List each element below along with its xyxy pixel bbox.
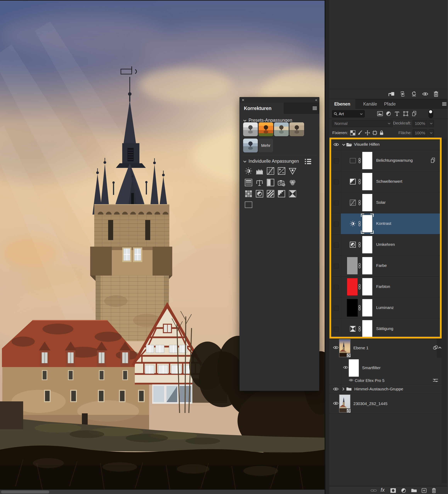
layer-name[interactable]: Sättigung [376,326,393,331]
lock-paint-icon[interactable] [358,130,363,136]
more-presets-button[interactable]: Mehr [258,138,273,152]
visibility-checkbox[interactable] [334,159,339,163]
brightness-contrast-thumbnail[interactable] [350,221,356,227]
layer-name[interactable]: Schwellenwert [376,179,402,184]
layer-row-umkehren[interactable]: Umkehren [329,234,442,255]
new-adjustment-layer-icon[interactable] [401,488,406,493]
layer-mask-thumbnail[interactable] [362,320,372,337]
lock-move-icon[interactable] [365,130,370,136]
filter-name[interactable]: Color Efex Pro 5 [355,378,384,383]
preset-schwarzweiss[interactable] [243,122,258,136]
panel-menu-icon[interactable] [442,102,447,106]
new-group-icon[interactable] [411,488,417,493]
chevron-up-icon[interactable] [438,346,442,350]
channel-mixer-icon[interactable] [289,179,296,187]
hue-saturation-icon[interactable] [245,179,252,186]
eye-icon[interactable] [333,346,338,349]
layer-mask-thumbnail[interactable] [362,236,372,253]
preset-gedaempft[interactable] [274,122,289,136]
visibility-checkbox[interactable] [334,200,339,206]
chevron-down-icon[interactable] [342,143,346,147]
layer-name[interactable]: 230304_Z62_1445 [353,401,387,406]
eye-icon[interactable] [343,366,348,369]
black-fill-thumbnail[interactable] [347,299,358,317]
lock-transparency-icon[interactable] [350,130,356,136]
gray-fill-thumbnail[interactable] [347,257,358,274]
gradient-map-thumbnail[interactable] [350,158,356,163]
panel-menu-icon[interactable] [312,106,317,110]
color-balance-icon[interactable] [256,179,263,187]
red-fill-thumbnail[interactable] [347,278,358,296]
clipped-layers-icon[interactable] [430,158,436,163]
exposure-icon[interactable] [278,167,285,175]
vibrance-icon[interactable] [289,167,296,175]
layer-filter-toggle[interactable] [428,110,433,118]
mask-link-icon[interactable] [358,179,361,184]
visibility-checkbox[interactable] [334,243,339,247]
mask-link-icon[interactable] [358,200,361,205]
color-lookup-icon[interactable] [245,190,252,198]
mask-link-icon[interactable] [358,305,361,310]
invert-thumbnail[interactable] [350,242,356,248]
link-layers-icon[interactable] [371,488,377,493]
layer-row-farbe[interactable]: Farbe [329,255,442,276]
gradient-map-icon[interactable] [245,201,252,208]
layer-name[interactable]: Luminanz [376,305,394,310]
visibility-checkbox[interactable] [334,264,339,269]
layer-name[interactable]: Ebene 1 [353,346,369,350]
list-view-icon[interactable] [305,159,311,164]
layer-row-saettigung[interactable]: Sättigung [329,318,442,337]
eye-icon[interactable] [333,401,338,405]
smart-object-filter-icon[interactable] [412,111,417,116]
mask-link-icon[interactable] [358,158,361,163]
group-name[interactable]: Himmel-Austausch-Gruppe [354,387,403,391]
tab-korrekturen[interactable]: Korrekturen [240,103,284,114]
layer-name[interactable]: Farbe [376,263,387,268]
close-icon[interactable]: ✕ [242,98,244,102]
smart-filter-entry-row[interactable]: Color Efex Pro 5 [329,376,442,384]
layer-name[interactable]: Farbton [376,284,390,289]
layer-name[interactable]: Belichtungswarnung [376,158,413,163]
scrollbar-thumb[interactable] [1,491,49,494]
posterize-icon[interactable] [267,190,274,198]
preset-blau[interactable] [243,138,258,152]
chevron-right-icon[interactable] [341,387,346,391]
layer-row-ebene1[interactable]: Ebene 1 [329,339,442,359]
threshold-icon[interactable] [278,190,285,198]
brightness-contrast-icon[interactable] [245,167,252,175]
collapse-icon[interactable]: « [315,98,317,102]
eye-icon[interactable] [422,91,428,97]
eye-icon[interactable] [333,143,339,147]
layer-name[interactable]: Kontrast [376,221,391,226]
shape-layer-filter-icon[interactable] [403,111,409,116]
layer-thumbnail[interactable] [339,395,350,412]
type-layer-filter-icon[interactable] [395,111,399,116]
delete-layer-icon[interactable] [432,488,436,493]
photo-filter-icon[interactable] [278,179,285,187]
delete-icon[interactable] [434,91,438,97]
invert-icon[interactable] [256,190,263,198]
visibility-checkbox[interactable] [334,327,339,332]
layer-row-background[interactable]: 230304_Z62_1445 [329,394,442,413]
visibility-compare-icon[interactable] [399,91,406,97]
mask-link-icon[interactable] [358,326,361,332]
layer-row-kontrast[interactable]: Kontrast [329,213,442,234]
tab-pfade[interactable]: Pfade [379,99,401,109]
layer-filter-type-select[interactable]: Art [332,110,365,118]
levels-icon[interactable] [256,168,263,174]
layer-row-belichtungswarnung[interactable]: Belichtungswarnung [329,150,442,171]
visibility-checkbox[interactable] [334,222,339,227]
layer-mask-thumbnail[interactable] [362,173,372,190]
layer-name[interactable]: Umkehren [376,242,395,247]
opacity-value[interactable]: 100% [413,120,427,127]
selected-layer-mask-thumbnail[interactable] [362,215,372,232]
black-white-icon[interactable] [267,179,274,186]
layer-group-row[interactable]: Visuelle Hilfen [329,139,442,150]
layer-group-row-himmel[interactable]: Himmel-Austausch-Gruppe [329,385,442,393]
lock-artboard-icon[interactable] [372,130,378,136]
tab-kanaele[interactable]: Kanäle [358,99,382,109]
layer-mask-thumbnail[interactable] [362,152,372,169]
curves-thumbnail[interactable] [350,199,356,206]
layer-mask-thumbnail[interactable] [362,194,372,211]
mask-link-icon[interactable] [358,221,361,226]
